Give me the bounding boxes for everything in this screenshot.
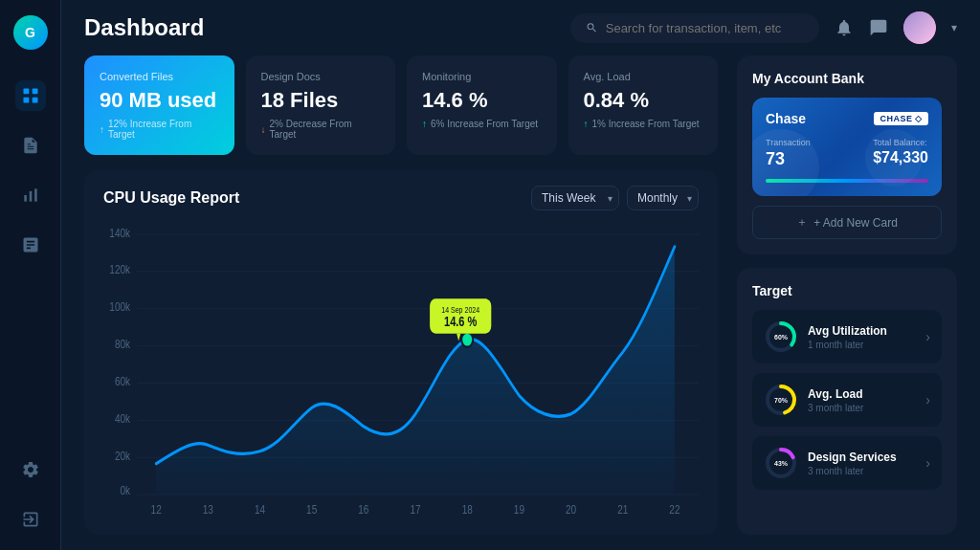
view-select[interactable]: Monthly Weekly Daily <box>627 186 699 210</box>
search-input[interactable] <box>606 21 804 35</box>
logo-text: G <box>25 25 35 40</box>
stat-value-1: 18 Files <box>261 88 381 113</box>
target-section-title: Target <box>752 283 942 298</box>
donut-label-2: 43% <box>774 460 788 467</box>
sidebar-logo[interactable]: G <box>13 15 48 50</box>
account-section: My Account Bank Chase CHASE ◇ Transactio… <box>737 55 957 254</box>
svg-marker-36 <box>457 334 460 341</box>
sidebar-item-settings[interactable] <box>15 454 46 485</box>
trend-icon-1: ↓ <box>261 124 266 135</box>
svg-text:22: 22 <box>669 502 679 515</box>
search-bar[interactable] <box>570 13 819 43</box>
stat-value-3: 0.84 % <box>584 88 703 113</box>
svg-rect-4 <box>24 195 27 202</box>
avatar[interactable] <box>903 11 936 44</box>
chart-header: CPU Usage Report This Week Last Week Las… <box>103 186 699 210</box>
sidebar-item-analytics[interactable] <box>15 180 46 210</box>
target-info-1: Avg. Load 3 month later <box>808 387 916 413</box>
sidebar-item-dashboard[interactable] <box>15 80 46 111</box>
trend-icon-3: ↑ <box>584 119 589 129</box>
stat-label-2: Monitoring <box>422 71 542 82</box>
chevron-right-icon-0: › <box>925 329 930 344</box>
page-title: Dashboard <box>84 14 555 41</box>
target-item-avg-utilization[interactable]: 60% Avg Utilization 1 month later › <box>752 310 942 363</box>
chevron-right-icon-1: › <box>925 392 930 407</box>
svg-text:140k: 140k <box>109 226 130 238</box>
view-select-wrapper: Monthly Weekly Daily <box>627 186 699 210</box>
balance-stat: Total Balance: $74,330 <box>873 138 928 169</box>
period-select-wrapper: This Week Last Week Last Month <box>531 186 619 210</box>
donut-avg-load: 70% <box>764 383 798 417</box>
svg-text:21: 21 <box>617 502 628 515</box>
target-name-1: Avg. Load <box>808 387 916 401</box>
search-icon <box>586 21 598 34</box>
bank-stats: Transaction 73 Total Balance: $74,330 <box>766 138 928 169</box>
stat-sub-3: ↑ 1% Increase From Target <box>584 119 703 129</box>
add-card-icon: ＋ <box>796 214 808 231</box>
target-item-design-services[interactable]: 43% Design Services 3 month later › <box>752 436 942 490</box>
sidebar-item-documents[interactable] <box>15 130 46 161</box>
target-info-2: Design Services 3 month later <box>808 451 916 476</box>
chart-title: CPU Usage Report <box>103 189 239 207</box>
stat-sub-2: ↑ 6% Increase From Target <box>422 119 542 129</box>
svg-text:60k: 60k <box>115 375 130 387</box>
sidebar-item-reports[interactable] <box>15 230 46 260</box>
period-select[interactable]: This Week Last Week Last Month <box>531 186 619 210</box>
svg-text:20k: 20k <box>115 450 130 462</box>
chart-tooltip-dot <box>461 332 473 347</box>
chevron-right-icon-2: › <box>925 455 930 471</box>
svg-text:17: 17 <box>410 502 420 515</box>
transaction-value: 73 <box>766 149 811 169</box>
svg-text:19: 19 <box>514 502 524 515</box>
message-icon[interactable] <box>869 18 888 37</box>
donut-label-0: 60% <box>774 334 788 341</box>
target-name-2: Design Services <box>808 451 916 464</box>
target-info-0: Avg Utilization 1 month later <box>808 324 916 350</box>
add-card-label: + Add New Card <box>813 216 898 230</box>
target-sub-1: 3 month later <box>808 403 916 413</box>
balance-value: $74,330 <box>873 149 928 166</box>
svg-rect-6 <box>34 188 36 201</box>
add-card-button[interactable]: ＋ + Add New Card <box>752 206 942 239</box>
stat-value-0: 90 MB used <box>100 88 219 113</box>
chase-logo: CHASE ◇ <box>874 112 928 125</box>
transaction-label: Transaction <box>766 138 811 147</box>
header-icons: ▾ <box>835 11 957 44</box>
avatar-image <box>903 11 936 44</box>
content-area: Converted Files 90 MB used ↑ 12% Increas… <box>61 55 980 550</box>
svg-rect-0 <box>23 89 29 95</box>
svg-text:0k: 0k <box>120 484 130 496</box>
svg-text:80k: 80k <box>115 338 130 350</box>
trend-icon-2: ↑ <box>422 119 427 129</box>
donut-avg-utilization: 60% <box>764 319 798 354</box>
target-list: 60% Avg Utilization 1 month later › <box>752 310 942 490</box>
chart-svg: 140k 120k 100k 80k 60k 40k 20k 0k <box>103 222 699 519</box>
stat-label-1: Design Docs <box>261 71 381 82</box>
stat-sub-0: ↑ 12% Increase From Target <box>100 119 219 140</box>
sidebar-bottom <box>15 454 46 535</box>
svg-text:20: 20 <box>566 502 576 515</box>
transaction-stat: Transaction 73 <box>766 138 811 169</box>
account-section-title: My Account Bank <box>752 71 942 86</box>
donut-label-1: 70% <box>774 397 788 404</box>
sidebar-nav <box>15 80 46 260</box>
svg-text:14: 14 <box>255 502 266 515</box>
svg-text:16: 16 <box>358 502 368 515</box>
header: Dashboard ▾ <box>61 0 980 55</box>
chevron-down-icon[interactable]: ▾ <box>951 21 957 34</box>
right-panel: My Account Bank Chase CHASE ◇ Transactio… <box>737 55 957 535</box>
donut-design-services: 43% <box>764 446 798 480</box>
svg-rect-1 <box>32 89 37 95</box>
svg-rect-5 <box>29 191 32 202</box>
stat-value-2: 14.6 % <box>422 88 542 113</box>
svg-rect-2 <box>23 98 29 103</box>
sidebar: G <box>0 0 61 550</box>
sidebar-item-logout[interactable] <box>15 504 46 535</box>
bank-card-header: Chase CHASE ◇ <box>766 111 928 126</box>
notification-icon[interactable] <box>835 18 854 37</box>
target-item-avg-load[interactable]: 70% Avg. Load 3 month later › <box>752 373 942 427</box>
bank-card-bar <box>766 179 928 183</box>
left-panel: Converted Files 90 MB used ↑ 12% Increas… <box>84 55 718 535</box>
svg-text:120k: 120k <box>109 263 130 275</box>
svg-text:13: 13 <box>203 502 213 515</box>
